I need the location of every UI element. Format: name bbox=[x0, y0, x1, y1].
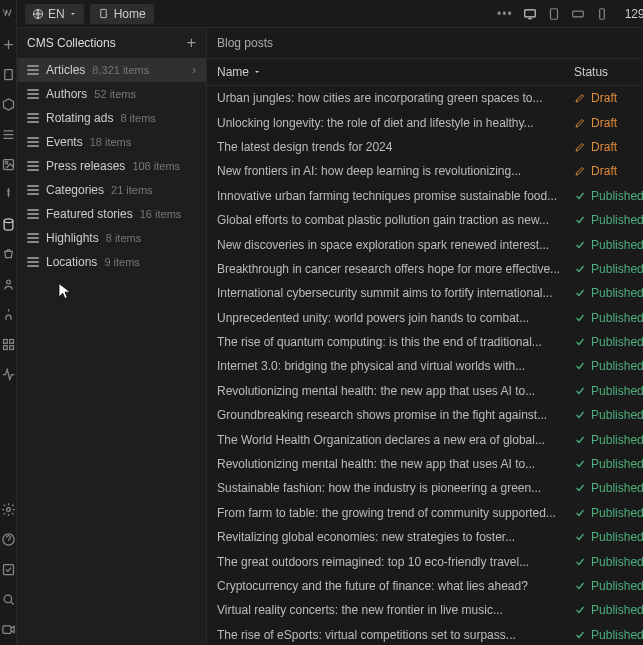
variables-icon[interactable] bbox=[0, 126, 16, 142]
collection-item[interactable]: Highlights8 items bbox=[17, 226, 206, 250]
mobile-icon[interactable] bbox=[595, 7, 609, 21]
table-row[interactable]: Sustainable fashion: how the industry is… bbox=[207, 476, 643, 500]
row-title: Revitalizing global economies: new strat… bbox=[217, 530, 574, 544]
row-title: Revolutionizing mental health: the new a… bbox=[217, 457, 574, 471]
table-row[interactable]: Revolutionizing mental health: the new a… bbox=[207, 452, 643, 476]
table-row[interactable]: New frontiers in AI: how deep learning i… bbox=[207, 159, 643, 183]
tablet-icon[interactable] bbox=[547, 7, 561, 21]
row-status: Published bbox=[574, 603, 643, 617]
check-icon bbox=[574, 287, 586, 299]
table-row[interactable]: Breakthrough in cancer research offers h… bbox=[207, 257, 643, 281]
check-icon bbox=[574, 190, 586, 202]
ecommerce-icon[interactable] bbox=[0, 246, 16, 262]
tablet-landscape-icon[interactable] bbox=[571, 7, 585, 21]
collection-item[interactable]: Press releases108 items bbox=[17, 154, 206, 178]
collection-count: 18 items bbox=[90, 136, 132, 148]
desktop-icon[interactable] bbox=[523, 7, 537, 21]
row-title: The rise of eSports: virtual competition… bbox=[217, 628, 574, 642]
table-row[interactable]: Cryptocurrency and the future of finance… bbox=[207, 574, 643, 598]
column-status[interactable]: Status bbox=[574, 65, 643, 79]
chevron-down-icon bbox=[253, 68, 261, 76]
table-row[interactable]: The latest design trends for 2024Draft bbox=[207, 135, 643, 159]
check-icon bbox=[574, 556, 586, 568]
row-title: International cybersecurity summit aims … bbox=[217, 286, 574, 300]
assets-icon[interactable] bbox=[0, 156, 16, 172]
svg-rect-16 bbox=[524, 9, 535, 16]
row-title: From farm to table: the growing trend of… bbox=[217, 506, 574, 520]
activity-icon[interactable] bbox=[0, 366, 16, 382]
table-row[interactable]: Internet 3.0: bridging the physical and … bbox=[207, 354, 643, 378]
table-row[interactable]: Urban jungles: how cities are incorporat… bbox=[207, 86, 643, 110]
collection-item[interactable]: Articles8,321 items› bbox=[17, 58, 206, 82]
row-status: Published bbox=[574, 262, 643, 276]
apps-icon[interactable] bbox=[0, 336, 16, 352]
globe-icon bbox=[32, 8, 44, 20]
collection-item[interactable]: Locations9 items bbox=[17, 250, 206, 274]
audit-icon[interactable] bbox=[0, 561, 16, 577]
table-row[interactable]: From farm to table: the growing trend of… bbox=[207, 501, 643, 525]
svg-rect-8 bbox=[9, 345, 13, 349]
table-row[interactable]: Revitalizing global economies: new strat… bbox=[207, 525, 643, 549]
table-row[interactable]: Revolutionizing mental health: the new a… bbox=[207, 379, 643, 403]
table-row[interactable]: Unlocking longevity: the role of diet an… bbox=[207, 110, 643, 134]
check-icon bbox=[574, 385, 586, 397]
collection-count: 16 items bbox=[140, 208, 182, 220]
check-icon bbox=[574, 580, 586, 592]
more-icon[interactable]: ••• bbox=[497, 7, 513, 21]
entries-panel: Blog posts Name Status Urban jungles: ho… bbox=[207, 28, 643, 645]
table-row[interactable]: Unprecedented unity: world powers join h… bbox=[207, 306, 643, 330]
table-row[interactable]: Groundbreaking research shows promise in… bbox=[207, 403, 643, 427]
viewport-width: 1291 bbox=[625, 7, 643, 21]
check-icon bbox=[574, 434, 586, 446]
logo-icon[interactable] bbox=[0, 6, 16, 22]
search-icon[interactable] bbox=[0, 591, 16, 607]
table-row[interactable]: Innovative urban farming techniques prom… bbox=[207, 184, 643, 208]
lang-label: EN bbox=[48, 7, 65, 21]
table-row[interactable]: The World Health Organization declares a… bbox=[207, 427, 643, 451]
collection-item[interactable]: Featured stories16 items bbox=[17, 202, 206, 226]
table-row[interactable]: Global efforts to combat plastic polluti… bbox=[207, 208, 643, 232]
styles-icon[interactable] bbox=[0, 186, 16, 202]
row-status: Published bbox=[574, 433, 643, 447]
stack-icon bbox=[27, 65, 39, 75]
check-icon bbox=[574, 482, 586, 494]
table-row[interactable]: New discoveries in space exploration spa… bbox=[207, 232, 643, 256]
svg-rect-6 bbox=[9, 339, 13, 343]
components-icon[interactable] bbox=[0, 96, 16, 112]
row-status: Published bbox=[574, 408, 643, 422]
row-status: Published bbox=[574, 457, 643, 471]
svg-point-12 bbox=[4, 595, 12, 603]
help-icon[interactable] bbox=[0, 531, 16, 547]
add-collection-button[interactable]: + bbox=[187, 34, 196, 52]
home-label: Home bbox=[114, 7, 146, 21]
video-icon[interactable] bbox=[0, 621, 16, 637]
svg-rect-19 bbox=[599, 8, 604, 19]
check-icon bbox=[574, 531, 586, 543]
home-breadcrumb[interactable]: Home bbox=[90, 4, 154, 24]
add-icon[interactable] bbox=[0, 36, 16, 52]
collection-item[interactable]: Categories21 items bbox=[17, 178, 206, 202]
pages-icon[interactable] bbox=[0, 66, 16, 82]
row-status: Published bbox=[574, 311, 643, 325]
collection-item[interactable]: Rotating ads8 items bbox=[17, 106, 206, 130]
table-header: Name Status bbox=[207, 58, 643, 86]
users-icon[interactable] bbox=[0, 276, 16, 292]
row-title: Sustainable fashion: how the industry is… bbox=[217, 481, 574, 495]
row-status: Published bbox=[574, 506, 643, 520]
stack-icon bbox=[27, 137, 39, 147]
collection-item[interactable]: Authors52 items bbox=[17, 82, 206, 106]
table-row[interactable]: Virtual reality concerts: the new fronti… bbox=[207, 598, 643, 622]
column-name[interactable]: Name bbox=[217, 65, 568, 79]
table-row[interactable]: International cybersecurity summit aims … bbox=[207, 281, 643, 305]
language-selector[interactable]: EN bbox=[25, 4, 84, 24]
collection-name: Rotating ads bbox=[46, 111, 113, 125]
logic-icon[interactable] bbox=[0, 306, 16, 322]
cms-icon[interactable] bbox=[0, 216, 16, 232]
settings-icon[interactable] bbox=[0, 501, 16, 517]
collection-item[interactable]: Events18 items bbox=[17, 130, 206, 154]
table-row[interactable]: The rise of eSports: virtual competition… bbox=[207, 623, 643, 645]
row-title: The World Health Organization declares a… bbox=[217, 433, 574, 447]
table-row[interactable]: The great outdoors reimagined: top 10 ec… bbox=[207, 549, 643, 573]
table-row[interactable]: The rise of quantum computing: is this t… bbox=[207, 330, 643, 354]
row-title: Cryptocurrency and the future of finance… bbox=[217, 579, 574, 593]
